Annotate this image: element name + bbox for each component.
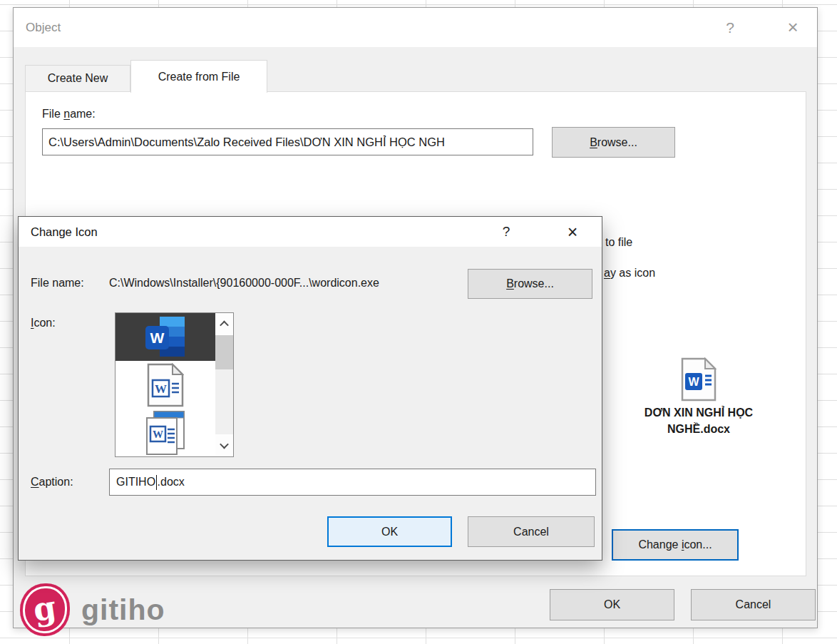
change-icon-close-icon[interactable]: ×: [552, 217, 593, 247]
preview-file-name: DƠN XIN NGHỈ HỌC NGHỀ.docx: [592, 404, 806, 437]
word-doc-icon: W: [147, 363, 184, 407]
ci-browse-button[interactable]: Browse...: [468, 269, 592, 299]
chevron-down-icon: [220, 440, 229, 449]
icon-list-scrollbar[interactable]: [215, 313, 233, 456]
word-doc-stack-icon: W: [145, 411, 185, 455]
object-dialog-title: Object: [26, 21, 61, 35]
scroll-down-button[interactable]: [215, 434, 233, 456]
ci-file-name-value: C:\Windows\Installer\{90160000-000F...\w…: [109, 277, 379, 290]
display-as-icon-checkbox-label[interactable]: ay as icon: [604, 267, 655, 280]
chevron-up-icon: [220, 321, 229, 330]
icon-list-item[interactable]: W: [115, 409, 215, 456]
link-to-file-checkbox-label[interactable]: to file: [605, 236, 632, 249]
change-icon-dialog: Change Icon ? × File name: C:\Windows\In…: [18, 216, 602, 561]
caption-text-before-cursor: GITIHO: [116, 476, 155, 489]
change-icon-title: Change Icon: [31, 225, 98, 239]
svg-text:W: W: [155, 382, 167, 396]
caption-label: Caption:: [31, 476, 73, 489]
embedded-file-preview: W DƠN XIN NGHỈ HỌC NGHỀ.docx: [592, 357, 806, 437]
change-icon-cancel-button[interactable]: Cancel: [468, 516, 595, 547]
file-name-input[interactable]: [42, 128, 533, 155]
caption-text-after-cursor: .docx: [158, 476, 185, 489]
icon-list-label: Icon:: [31, 317, 56, 329]
word-app-icon: W: [145, 316, 186, 359]
object-help-button[interactable]: ?: [709, 8, 751, 47]
caption-input[interactable]: GITIHO .docx: [109, 469, 596, 496]
file-name-label: File name:: [42, 108, 96, 121]
icon-list-item[interactable]: W: [115, 313, 215, 361]
icon-list-item[interactable]: W: [115, 361, 215, 409]
gitiho-watermark: g gitiho: [20, 583, 165, 636]
scroll-up-button[interactable]: [215, 313, 233, 335]
gitiho-brand-text: gitiho: [81, 593, 165, 627]
tab-create-from-file-label: Create from File: [158, 71, 240, 83]
tab-create-new[interactable]: Create New: [25, 65, 130, 92]
tab-create-new-label: Create New: [48, 72, 108, 85]
word-document-icon: W: [681, 357, 717, 402]
svg-text:W: W: [688, 376, 699, 388]
gitiho-logo-icon: g: [20, 583, 70, 636]
change-icon-help-button[interactable]: ?: [486, 217, 527, 247]
change-icon-ok-button[interactable]: OK: [327, 516, 452, 547]
tab-create-from-file[interactable]: Create from File: [130, 60, 267, 93]
change-icon-titlebar[interactable]: Change Icon ? ×: [19, 217, 602, 247]
scrollbar-thumb[interactable]: [215, 335, 233, 369]
svg-text:W: W: [150, 329, 165, 346]
icon-listbox: W W: [115, 312, 234, 457]
ci-file-name-label: File name:: [31, 277, 84, 290]
object-dialog-titlebar[interactable]: Object ? ×: [14, 8, 817, 47]
svg-text:W: W: [153, 429, 163, 440]
object-close-icon[interactable]: ×: [772, 8, 813, 47]
object-cancel-button[interactable]: Cancel: [691, 589, 816, 620]
object-ok-button[interactable]: OK: [550, 589, 674, 620]
browse-button[interactable]: Browse...: [552, 127, 675, 158]
change-icon-button[interactable]: Change icon...: [612, 529, 739, 561]
